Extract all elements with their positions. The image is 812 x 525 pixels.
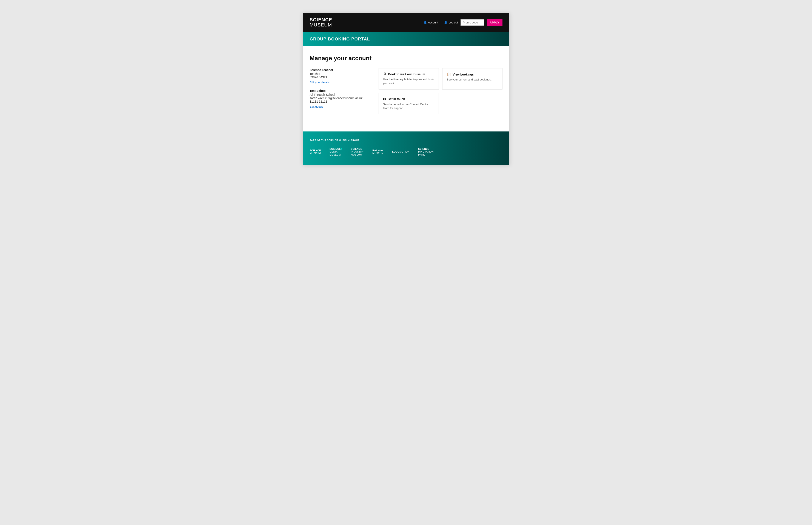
get-in-touch-card[interactable]: ✉ Get in touch Send an email to our Cont… [379,93,439,114]
footer-logo-locomotion: LOCOMOTION [392,150,410,153]
account-info: Science Teacher Teacher 09876 54321 Edit… [310,68,370,114]
school-name: Test School [310,89,370,92]
logo-line2: MUSEUM [310,22,332,28]
user-phone: 09876 54321 [310,76,370,79]
account-link[interactable]: 👤 Account [424,21,438,24]
footer-logos: SCIENCEMUSEUM SCIENCE+MEDIAMUSEUM SCIENC… [310,148,503,156]
banner: GROUP BOOKING PORTAL [303,32,509,46]
footer-logo-science-innovation: SCIENCE+INNOVATIONPARK [418,148,434,156]
book-museum-title: 🗓 Book to visit our museum [383,72,434,76]
promo-input[interactable] [461,19,484,26]
content-grid: Science Teacher Teacher 09876 54321 Edit… [310,68,503,114]
user-name: Science Teacher [310,68,370,72]
account-icon: 👤 [424,21,427,24]
view-bookings-desc: See your current and past bookings. [447,78,498,81]
view-bookings-card[interactable]: 📋 View bookings See your current and pas… [442,68,503,89]
logo: SCIENCE MUSEUM [310,17,332,28]
page-wrapper: SCIENCE MUSEUM 👤 Account | 👤 Log out APP… [303,13,509,165]
header-nav: 👤 Account | 👤 Log out APPLY [424,19,503,26]
action-cards: 🗓 Book to visit our museum Use the itine… [379,68,503,114]
logout-label: Log out [448,21,458,24]
contact-icon: ✉ [383,97,386,101]
school-phone: 11111 11111 [310,100,370,103]
book-museum-card[interactable]: 🗓 Book to visit our museum Use the itine… [379,68,439,89]
footer-logo-railway: RAILWAYMUSEUM [372,149,384,155]
logout-icon: 👤 [444,21,447,24]
account-label: Account [428,21,438,24]
school-type: All Through School [310,93,370,96]
footer-logo-science-industry: SCIENCE+INDUSTRYMUSEUM [351,148,364,156]
footer-subtitle: PART OF THE SCIENCE MUSEUM GROUP [310,139,503,141]
main-content: Manage your account Science Teacher Teac… [303,46,509,132]
footer-logo-science-museum: SCIENCEMUSEUM [310,149,321,155]
view-bookings-title: 📋 View bookings [447,72,498,76]
logo-line1: SCIENCE [310,17,332,22]
header: SCIENCE MUSEUM 👤 Account | 👤 Log out APP… [303,13,509,32]
page-title: Manage your account [310,55,503,62]
bookings-icon: 📋 [447,72,451,76]
edit-user-link[interactable]: Edit your details [310,81,370,84]
logout-link[interactable]: 👤 Log out [444,21,458,24]
edit-school-link[interactable]: Edit details [310,105,370,108]
nav-divider: | [441,21,442,24]
school-email: sarah.wren+13@sciencemuseum.ac.uk [310,96,370,100]
contact-title: ✉ Get in touch [383,97,434,101]
book-museum-desc: Use the itinerary builder to plan and bo… [383,77,434,85]
contact-desc: Send an email to our Contact Centre team… [383,102,434,110]
book-icon: 🗓 [383,72,386,76]
apply-button[interactable]: APPLY [487,19,503,26]
footer-logo-science-media: SCIENCE+MEDIAMUSEUM [330,148,342,156]
user-role: Teacher [310,72,370,76]
banner-title: GROUP BOOKING PORTAL [310,36,503,42]
footer: PART OF THE SCIENCE MUSEUM GROUP SCIENCE… [303,132,509,165]
